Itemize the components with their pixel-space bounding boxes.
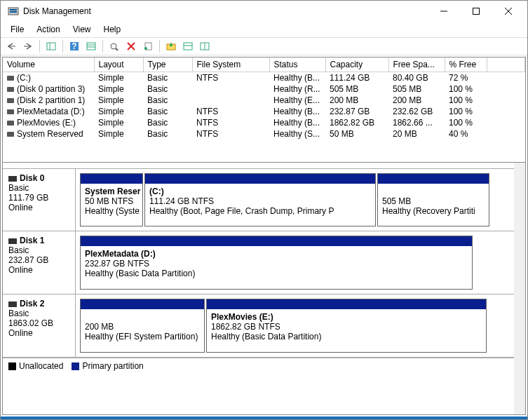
action2-button[interactable] — [180, 39, 196, 54]
table-row[interactable]: (Disk 0 partition 3)SimpleBasicHealthy (… — [3, 83, 525, 95]
vertical-scrollbar[interactable] — [514, 163, 525, 414]
partition-header-bar — [207, 299, 486, 309]
forward-button[interactable] — [20, 39, 36, 54]
svg-rect-9 — [47, 43, 55, 50]
close-button[interactable] — [492, 1, 524, 22]
action3-button[interactable] — [197, 39, 212, 54]
disk-graphical-view: Disk 0Basic111.79 GBOnlineSystem Reser50… — [3, 163, 525, 414]
toolbar-separator — [62, 40, 63, 53]
toolbar-separator — [39, 40, 40, 53]
toolbar-separator — [102, 40, 103, 53]
disk-header[interactable]: Disk 0Basic111.79 GBOnline — [3, 169, 76, 231]
disk-icon — [8, 176, 17, 182]
volume-icon — [7, 121, 14, 126]
app-icon — [8, 6, 19, 17]
delete-button[interactable] — [123, 39, 139, 54]
menu-help[interactable]: Help — [98, 23, 127, 36]
minimize-button[interactable] — [428, 1, 460, 22]
disk-row: Disk 1Basic232.87 GBOnlinePlexMetadata (… — [3, 231, 525, 294]
refresh-button[interactable] — [107, 39, 122, 54]
svg-text:?: ? — [72, 41, 76, 51]
help-button[interactable]: ? — [67, 39, 82, 54]
bottom-accent-bar — [1, 416, 527, 419]
legend-swatch-unallocated — [8, 363, 16, 370]
col-blank[interactable] — [487, 57, 525, 72]
svg-rect-1 — [10, 9, 17, 11]
volume-icon — [7, 109, 14, 114]
svg-rect-13 — [87, 43, 95, 50]
svg-rect-4 — [473, 8, 480, 15]
volume-icon — [7, 76, 14, 81]
menu-action[interactable]: Action — [31, 23, 65, 36]
col-status[interactable]: Status — [269, 57, 325, 72]
partition[interactable]: 200 MBHealthy (EFI System Partition) — [80, 299, 205, 353]
partition-header-bar — [145, 174, 375, 184]
disk-row: Disk 2Basic1863.02 GBOnline 200 MBHealth… — [3, 294, 525, 358]
table-row[interactable]: PlexMetadata (D:)SimpleBasicNTFSHealthy … — [3, 106, 525, 117]
volume-icon — [7, 98, 14, 103]
svg-line-17 — [116, 48, 118, 50]
table-header-row: Volume Layout Type File System Status Ca… — [3, 57, 525, 72]
disk-icon — [8, 238, 17, 244]
window-title: Disk Management — [23, 6, 428, 16]
table-row[interactable]: PlexMovies (E:)SimpleBasicNTFSHealthy (B… — [3, 117, 525, 128]
partition-group: 200 MBHealthy (EFI System Partition)Plex… — [76, 294, 525, 357]
disk-header[interactable]: Disk 1Basic232.87 GBOnline — [3, 231, 76, 294]
partition[interactable]: System Reser50 MB NTFSHealthy (Syste — [80, 173, 143, 226]
svg-rect-23 — [184, 43, 192, 50]
col-layout[interactable]: Layout — [94, 57, 143, 72]
partition[interactable]: (C:)111.24 GB NTFSHealthy (Boot, Page Fi… — [144, 173, 376, 226]
settings-button[interactable] — [83, 39, 99, 54]
partition-header-bar — [81, 299, 204, 309]
properties-button[interactable] — [140, 39, 156, 54]
partition-header-bar — [378, 174, 489, 184]
partition-group: PlexMetadata (D:)232.87 GB NTFSHealthy (… — [76, 231, 525, 294]
toolbar: ? — [1, 37, 527, 55]
menubar: File Action View Help — [1, 22, 527, 37]
maximize-button[interactable] — [460, 1, 492, 22]
partition[interactable]: 505 MBHealthy (Recovery Partiti — [377, 173, 489, 226]
partition-group: System Reser50 MB NTFSHealthy (Syste(C:)… — [76, 169, 525, 231]
table-row[interactable]: (C:)SimpleBasicNTFSHealthy (B...111.24 G… — [3, 72, 525, 84]
col-volume[interactable]: Volume — [3, 57, 94, 72]
partition-header-bar — [81, 174, 142, 184]
disk-header[interactable]: Disk 2Basic1863.02 GBOnline — [3, 294, 76, 357]
titlebar: Disk Management — [1, 1, 527, 22]
disk-row: Disk 0Basic111.79 GBOnlineSystem Reser50… — [3, 168, 525, 231]
volume-icon — [7, 87, 14, 92]
table-row[interactable]: System ReservedSimpleBasicNTFSHealthy (S… — [3, 128, 525, 140]
col-free[interactable]: Free Spa... — [388, 57, 445, 72]
col-fs[interactable]: File System — [192, 57, 269, 72]
legend: Unallocated Primary partition — [3, 358, 525, 374]
menu-view[interactable]: View — [67, 23, 97, 36]
toolbar-separator — [159, 40, 160, 53]
disk-icon — [8, 302, 17, 307]
menu-file[interactable]: File — [5, 23, 29, 36]
volume-icon — [7, 132, 14, 137]
partition-header-bar — [81, 236, 472, 246]
col-pctfree[interactable]: % Free — [445, 57, 487, 72]
show-hide-button[interactable] — [43, 39, 59, 54]
legend-primary: Primary partition — [72, 361, 143, 371]
back-button[interactable] — [4, 39, 19, 54]
svg-point-16 — [111, 43, 116, 49]
content-pane: Volume Layout Type File System Status Ca… — [2, 57, 526, 415]
svg-rect-2 — [10, 11, 17, 13]
legend-unallocated: Unallocated — [8, 361, 63, 371]
svg-point-21 — [144, 47, 147, 50]
col-capacity[interactable]: Capacity — [325, 57, 388, 72]
volume-list[interactable]: Volume Layout Type File System Status Ca… — [3, 57, 525, 163]
partition[interactable]: PlexMovies (E:)1862.82 GB NTFSHealthy (B… — [206, 299, 487, 353]
col-type[interactable]: Type — [143, 57, 192, 72]
partition[interactable]: PlexMetadata (D:)232.87 GB NTFSHealthy (… — [80, 236, 473, 290]
action1-button[interactable] — [163, 39, 179, 54]
legend-swatch-primary — [72, 363, 79, 370]
table-row[interactable]: (Disk 2 partition 1)SimpleBasicHealthy (… — [3, 95, 525, 106]
